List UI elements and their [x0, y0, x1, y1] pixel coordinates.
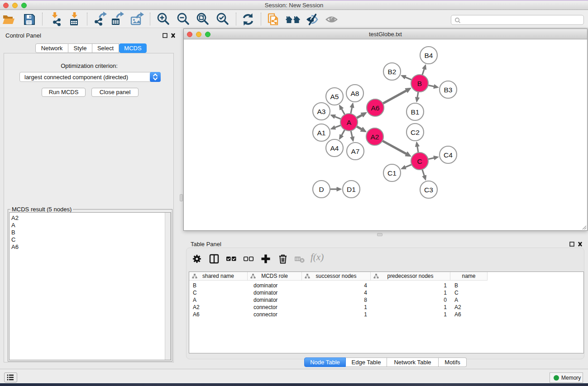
- svg-text:A3: A3: [317, 108, 326, 115]
- svg-text:B3: B3: [444, 86, 453, 94]
- svg-text:D: D: [319, 186, 324, 193]
- svg-text:C2: C2: [411, 129, 420, 136]
- svg-text:B: B: [417, 80, 422, 87]
- svg-text:A7: A7: [351, 148, 360, 155]
- svg-text:C: C: [417, 157, 422, 165]
- svg-text:B4: B4: [425, 52, 433, 59]
- svg-text:A8: A8: [351, 90, 359, 97]
- svg-text:A1: A1: [317, 129, 326, 137]
- svg-text:A5: A5: [330, 93, 339, 100]
- svg-text:B2: B2: [388, 68, 397, 76]
- svg-text:A: A: [347, 119, 352, 126]
- svg-text:C1: C1: [387, 169, 397, 177]
- svg-text:C4: C4: [444, 151, 453, 159]
- svg-text:B1: B1: [411, 108, 420, 116]
- svg-text:A4: A4: [330, 144, 339, 152]
- svg-text:C3: C3: [424, 186, 433, 194]
- svg-text:A2: A2: [371, 133, 379, 141]
- svg-text:A6: A6: [371, 104, 380, 112]
- svg-text:D1: D1: [347, 186, 356, 193]
